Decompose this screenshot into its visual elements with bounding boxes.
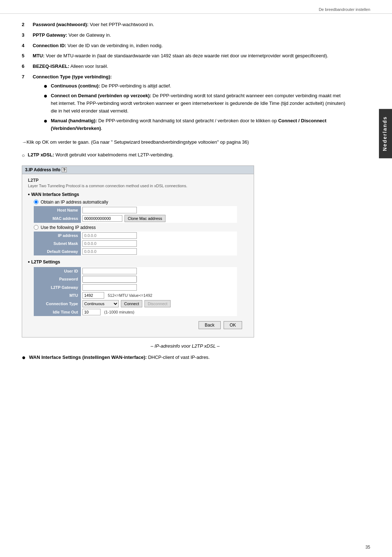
table-row-userid: User ID <box>34 267 237 275</box>
item-content-3: PPTP Gateway: Voer de Gateway in. <box>33 32 348 39</box>
bullet-dot-2: ● <box>44 92 51 115</box>
final-bullet-label: WAN Interface Settings (instellingen WAN… <box>29 355 147 360</box>
bullet-dot-3: ● <box>44 117 51 132</box>
page-number: 35 <box>366 545 370 550</box>
table-row-hostname: Host Name <box>34 206 237 214</box>
circle-bullet-dot: ○ <box>22 151 25 159</box>
idle-timeout-input[interactable] <box>82 309 101 315</box>
table-row-l2tp-gateway: L2TP Gateway <box>34 283 237 291</box>
bullet-list-7: ● Continuous (continu): De PPP-verbindin… <box>44 82 348 132</box>
table-row-mac: MAC address Clone Mac address <box>34 214 237 223</box>
password-label: Password <box>34 275 81 283</box>
item-label-7: Connection Type (type verbinding): <box>33 74 112 79</box>
gateway-input-cell <box>81 247 237 255</box>
disconnect-button[interactable]: Disconnect <box>144 300 171 307</box>
item-number-6: 6 <box>22 63 33 70</box>
bullet-text-1: Continuous (continu): De PPP-verbinding … <box>51 82 348 90</box>
bullet-connect-on-demand: ● Connect on Demand (verbinden op verzoe… <box>44 92 348 115</box>
item-content-2: Password (wachtwoord): Voer het PPTP-wac… <box>33 21 348 29</box>
idle-timeout-input-cell: (1-1000 minutes) <box>81 308 237 316</box>
manual-fields-table: IP address Subnet Mask Default Gateway <box>34 232 237 255</box>
userid-input-cell <box>81 267 237 275</box>
l2tp-fields-table: User ID Password L2TP Gateway <box>34 267 237 316</box>
table-row-password: Password <box>34 275 237 283</box>
hostname-label: Host Name <box>34 206 81 214</box>
gateway-label: Default Gateway <box>34 247 81 255</box>
wan-section-label: WAN Interface Settings <box>28 192 248 197</box>
connection-type-select[interactable]: Continuous Connect on Demand Manual <box>82 300 119 307</box>
arrow-paragraph: →Klik op OK om verder te gaan. (Ga naar … <box>22 139 348 146</box>
radio-use-following-input[interactable] <box>34 225 38 230</box>
item-content-5: MTU: Voer de MTU-waarde in (laat de stan… <box>33 52 348 60</box>
bullet-manual: ● Manual (handmatig): De PPP-verbinding … <box>44 117 348 132</box>
page-header: De breedbandrouter instellen <box>0 7 392 14</box>
userid-label: User ID <box>34 267 81 275</box>
l2tp-gateway-input[interactable] <box>82 284 137 291</box>
table-row-connection-type: Connection Type Continuous Connect on De… <box>34 299 237 308</box>
radio-use-following-label: Use the following IP address <box>41 225 96 230</box>
mtu-input[interactable] <box>82 292 104 299</box>
final-bullet-rest: DHCP-client of vast IP-adres. <box>148 355 210 360</box>
l2tp-intro: ○ L2TP xDSL: Wordt gebruikt voor kabelmo… <box>22 151 348 159</box>
bullet-text-2: Connect on Demand (verbinden op verzoek)… <box>51 92 348 115</box>
radio-obtain-auto[interactable]: Obtain an IP address automatically <box>34 200 248 205</box>
caption: – IP-adresinfo voor L2TP xDSL – <box>22 343 348 349</box>
hostname-input-cell <box>81 206 237 214</box>
ip-label: IP address <box>34 232 81 239</box>
ui-box-header: 3.IP Address Info ? <box>22 166 254 174</box>
numbered-item-6: 6 BEZEQ-ISRAEL: Alleen voor Israël. <box>22 63 348 70</box>
numbered-item-3: 3 PPTP Gateway: Voer de Gateway in. <box>22 32 348 39</box>
subnet-input[interactable] <box>82 240 137 247</box>
subnet-label: Subnet Mask <box>34 239 81 247</box>
l2tp-intro-bold: L2TP xDSL: <box>28 152 54 157</box>
item-label-5: MTU: <box>33 53 45 58</box>
ip-input-cell <box>81 232 237 239</box>
l2tp-box-subtitle: Layer Two Tunneling Protocol is a common… <box>28 184 248 188</box>
final-bullet-text: WAN Interface Settings (instellingen WAN… <box>29 354 348 362</box>
table-row-mtu: MTU 512<=MTU Value<=1492 <box>34 291 237 299</box>
mtu-hint: 512<=MTU Value<=1492 <box>108 293 152 298</box>
item-label-6: BEZEQ-ISRAEL: <box>33 64 69 69</box>
ui-configuration-box: 3.IP Address Info ? L2TP Layer Two Tunne… <box>22 165 254 337</box>
l2tp-section-label: L2TP Settings <box>28 259 248 265</box>
side-tab-label: Nederlands <box>382 116 388 151</box>
box-header-label: 3.IP Address Info <box>25 167 62 172</box>
ip-input[interactable] <box>82 232 137 239</box>
table-row-idle-timeout: Idle Time Out (1-1000 minutes) <box>34 308 237 316</box>
clone-mac-button[interactable]: Clone Mac address <box>124 215 166 222</box>
password-input-cell <box>81 275 237 283</box>
radio-use-following[interactable]: Use the following IP address <box>34 225 248 230</box>
radio-obtain-auto-input[interactable] <box>34 200 38 204</box>
mac-input-cell: Clone Mac address <box>81 214 237 223</box>
bullet-dot-1: ● <box>44 82 51 90</box>
numbered-item-7: 7 Connection Type (type verbinding): ● C… <box>22 73 348 134</box>
help-icon[interactable]: ? <box>62 167 67 172</box>
gateway-input[interactable] <box>82 248 137 255</box>
connect-button[interactable]: Connect <box>121 300 142 307</box>
connection-type-label: Connection Type <box>34 299 81 308</box>
hostname-input[interactable] <box>82 207 137 213</box>
password-input[interactable] <box>82 276 137 283</box>
item-number-4: 4 <box>22 42 33 50</box>
item-number-2: 2 <box>22 21 33 29</box>
l2tp-intro-rest: Wordt gebruikt voor kabelmodems met L2TP… <box>56 152 174 157</box>
idle-timeout-label: Idle Time Out <box>34 308 81 316</box>
userid-input[interactable] <box>82 268 137 274</box>
l2tp-gateway-label: L2TP Gateway <box>34 283 81 291</box>
ok-button[interactable]: OK <box>224 321 242 329</box>
mac-input[interactable] <box>82 215 122 222</box>
item-content-4: Connection ID: Voer de ID van de verbind… <box>33 42 348 50</box>
numbered-item-4: 4 Connection ID: Voer de ID van de verbi… <box>22 42 348 50</box>
header-title: De breedbandrouter instellen <box>319 7 370 12</box>
final-bullet-dot: ● <box>22 354 29 362</box>
numbered-item-2: 2 Password (wachtwoord): Voer het PPTP-w… <box>22 21 348 29</box>
item-number-7: 7 <box>22 73 33 134</box>
mac-label: MAC address <box>34 214 81 223</box>
final-bullet: ● WAN Interface Settings (instellingen W… <box>22 354 348 362</box>
l2tp-box-title: L2TP <box>28 178 248 183</box>
back-button[interactable]: Back <box>199 321 221 329</box>
item-label-4: Connection ID: <box>33 43 66 48</box>
table-row-gateway: Default Gateway <box>34 247 237 255</box>
bottom-buttons: Back OK <box>28 318 248 333</box>
idle-timeout-hint: (1-1000 minutes) <box>104 310 134 314</box>
